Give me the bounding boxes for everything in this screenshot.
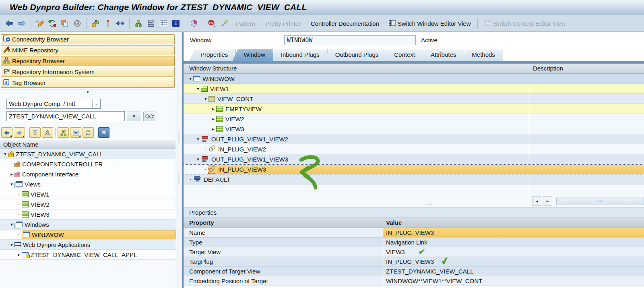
structure-row-view1[interactable]: ▾ VIEW1 bbox=[184, 84, 644, 94]
tree-item-wd-applications-folder[interactable]: ▾ Web Dynpro Applications bbox=[0, 240, 175, 250]
expand-open-icon[interactable]: ▾ bbox=[9, 222, 14, 227]
tree-item-view3[interactable]: · VIEW3 bbox=[0, 209, 175, 220]
switch-window-editor-button[interactable]: Switch Window Editor View bbox=[385, 19, 474, 28]
controller-documentation-button[interactable]: Controller Documentation bbox=[307, 20, 383, 27]
hierarchy-button[interactable] bbox=[133, 19, 144, 28]
tree-item-component[interactable]: ▾ ZTEST_DYNAMIC_VIEW_CALL bbox=[0, 149, 175, 159]
tab-inbound-plugs[interactable]: Inbound Plugs bbox=[270, 49, 328, 61]
pretty-printer-button[interactable]: Pretty Printer bbox=[261, 20, 305, 27]
structure-row-emptyview[interactable]: ▸ EMPTYVIEW bbox=[184, 104, 644, 114]
performance-button[interactable] bbox=[189, 19, 199, 28]
tree-item-component-interface[interactable]: ▸ Component Interface bbox=[0, 169, 175, 179]
sort-stack-button[interactable] bbox=[146, 19, 156, 28]
expand-open-icon[interactable]: ▾ bbox=[203, 96, 208, 102]
tab-methods[interactable]: Methods bbox=[460, 49, 503, 61]
expand-open-icon[interactable]: ▾ bbox=[195, 137, 201, 142]
expand-all-button[interactable] bbox=[29, 127, 41, 138]
structure-row-view2[interactable]: ▸ VIEW2 bbox=[184, 114, 644, 124]
value-column-divider[interactable] bbox=[383, 218, 383, 286]
spiral-button[interactable] bbox=[72, 19, 83, 28]
switch-context-editor-button[interactable]: Switch Context Editor View bbox=[481, 19, 569, 28]
mime-repository-button[interactable]: MIME Repository bbox=[1, 45, 175, 55]
collapse-all-button[interactable] bbox=[42, 127, 53, 138]
tree-item-view2[interactable]: · VIEW2 bbox=[0, 199, 175, 209]
copy-button[interactable] bbox=[60, 19, 70, 28]
table-view-button[interactable] bbox=[158, 19, 169, 28]
expand-open-icon[interactable]: ▾ bbox=[9, 182, 14, 187]
forward-button[interactable] bbox=[17, 19, 27, 28]
tag-browser-button[interactable]: e Tag Browser bbox=[1, 78, 175, 88]
hscrollbar-track[interactable]: ∶∶∶ bbox=[556, 197, 644, 205]
splitter-grip[interactable] bbox=[178, 174, 180, 184]
object-name-input[interactable] bbox=[6, 111, 125, 121]
scroll-right-button[interactable]: ▸ bbox=[543, 196, 552, 206]
hscrollbar-grip[interactable]: ∶∶∶ bbox=[598, 200, 602, 202]
structure-row-out-plug-view1-view2[interactable]: ▾ OUT OUT_PLUG_VIEW1_VIEW2 bbox=[184, 134, 644, 144]
test-button[interactable] bbox=[103, 19, 113, 28]
tree-item-componentcontroller[interactable]: · COMPONENTCONTROLLER bbox=[0, 159, 175, 169]
expand-closed-icon[interactable]: ▸ bbox=[211, 116, 216, 122]
object-dropdown-button[interactable]: ▼ bbox=[127, 112, 141, 121]
refresh-button[interactable] bbox=[83, 127, 94, 138]
expand-closed-icon[interactable]: ▸ bbox=[211, 126, 216, 132]
expand-open-icon[interactable]: ▾ bbox=[188, 76, 193, 81]
info-button[interactable]: i bbox=[171, 19, 181, 28]
connectivity-browser-button[interactable]: Connectivity Browser bbox=[1, 34, 175, 44]
tab-properties[interactable]: Properties bbox=[189, 49, 236, 61]
tree-item-view1[interactable]: · VIEW1 bbox=[0, 189, 175, 199]
sidebar-splitter[interactable] bbox=[175, 32, 182, 288]
structure-row-default[interactable]: · IN DEFAULT bbox=[184, 174, 644, 184]
tab-attributes[interactable]: Attributes bbox=[419, 49, 464, 61]
chevron-down-icon[interactable]: ⌄ bbox=[92, 99, 100, 108]
panel-splitter-grip[interactable]: ⋯⋯ bbox=[425, 202, 435, 207]
tab-context[interactable]: Context bbox=[383, 49, 423, 61]
tree-back-button[interactable] bbox=[1, 127, 12, 138]
display-object-button[interactable] bbox=[143, 112, 155, 121]
property-row-targplug[interactable]: TargPlug IN_PLUG_VIEW3✔ bbox=[184, 257, 644, 267]
structure-row-view-cont[interactable]: ▾ VIEW_CONT bbox=[184, 94, 644, 104]
structure-row-view3[interactable]: ▸ VIEW3 bbox=[184, 124, 644, 134]
expand-closed-icon[interactable]: ▸ bbox=[16, 252, 22, 257]
property-row-embedding-position[interactable]: Embedding Position of Target WINDWOW**VI… bbox=[184, 276, 644, 286]
tree-item-windows-folder[interactable]: ▾ Windows bbox=[0, 220, 175, 230]
tree-item-windwow[interactable]: · WINDWOW bbox=[0, 230, 175, 240]
filter-button[interactable] bbox=[70, 127, 81, 138]
tree-forward-button[interactable] bbox=[14, 127, 25, 138]
splitter-grip[interactable] bbox=[178, 133, 180, 143]
structure-row-out-plug-view1-view3[interactable]: ▾ OUT OUT_PLUG_VIEW1_VIEW3 bbox=[184, 154, 644, 164]
expand-open-icon[interactable]: ▾ bbox=[195, 157, 201, 162]
expand-closed-icon[interactable]: ▸ bbox=[9, 172, 14, 177]
name-value-highlighted[interactable]: IN_PLUG_VIEW3 bbox=[383, 228, 644, 237]
refresh-object-button[interactable] bbox=[47, 19, 58, 28]
structure-row-windwow[interactable]: ▾ WINDWOW bbox=[184, 74, 644, 84]
expand-open-icon[interactable]: ▾ bbox=[9, 242, 14, 247]
browser-collapse-handle[interactable]: ▾ bbox=[0, 89, 175, 95]
property-row-name[interactable]: Name IN_PLUG_VIEW3 bbox=[184, 228, 644, 238]
wizard-button[interactable] bbox=[219, 19, 230, 28]
tab-outbound-plugs[interactable]: Outbound Plugs bbox=[324, 49, 387, 61]
close-browser-button[interactable]: ✕ bbox=[98, 127, 109, 138]
object-category-select[interactable]: Web Dynpro Comp. / Intf. ⌄ bbox=[6, 99, 101, 109]
property-row-type[interactable]: Type Navigation Link bbox=[184, 238, 644, 247]
where-used-button[interactable] bbox=[90, 19, 101, 28]
property-row-target-view[interactable]: Target View VIEW3✔ bbox=[184, 247, 644, 257]
tree-hierarchy-button[interactable] bbox=[58, 127, 69, 138]
back-button[interactable] bbox=[4, 19, 14, 28]
expand-closed-icon[interactable]: ▸ bbox=[211, 106, 216, 112]
property-row-component-of-target-view[interactable]: Component of Target View ZTEST_DYNAMIC_V… bbox=[184, 267, 644, 276]
display-change-button[interactable] bbox=[35, 19, 45, 28]
repository-information-system-button[interactable]: Repository Information System bbox=[1, 67, 175, 77]
pattern-button[interactable]: Pattern bbox=[232, 20, 259, 27]
debug-button[interactable]: STL bbox=[207, 19, 217, 28]
tree-item-views-folder[interactable]: ▾ Views bbox=[0, 179, 175, 189]
window-name-input[interactable] bbox=[284, 35, 416, 45]
expand-open-icon[interactable]: ▾ bbox=[2, 151, 8, 157]
structure-row-in-plug-view2[interactable]: · IN_PLUG_VIEW2 bbox=[184, 144, 644, 154]
navigate-button[interactable] bbox=[115, 19, 126, 28]
repository-browser-button[interactable]: Repository Browser bbox=[1, 56, 175, 66]
expand-open-icon[interactable]: ▾ bbox=[195, 86, 201, 91]
scroll-left-button[interactable]: ◂ bbox=[532, 196, 541, 206]
structure-row-in-plug-view3[interactable]: · IN_PLUG_VIEW3 bbox=[184, 164, 644, 174]
tree-item-application[interactable]: ▸ ZTEST_DYNAMIC_VIEW_CALL_APPL bbox=[0, 250, 175, 260]
tab-window[interactable]: Window bbox=[232, 49, 273, 61]
